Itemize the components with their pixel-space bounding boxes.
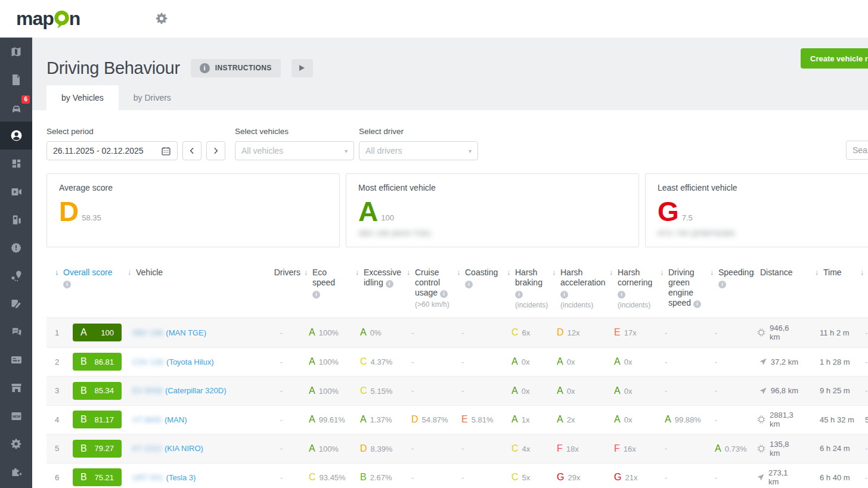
sidebar: 6 NEW (0, 38, 32, 488)
info-icon[interactable]: i (440, 290, 448, 298)
cell-rank: 6 (46, 473, 68, 482)
score-badge: B85.34 (73, 382, 122, 400)
gear-icon[interactable] (155, 12, 168, 27)
video-camera-icon (10, 187, 23, 197)
info-icon[interactable]: i (63, 281, 71, 288)
info-icon[interactable]: i (693, 300, 701, 308)
info-icon[interactable]: i (386, 280, 393, 288)
play-button[interactable] (292, 59, 313, 77)
cell-pto: - (860, 473, 868, 482)
vehicle-link[interactable]: (MAN) (165, 415, 187, 424)
column-header-score[interactable]: ↓Overall scorei (46, 268, 128, 288)
sidebar-item-tasks[interactable] (0, 290, 32, 318)
column-header-eco[interactable]: ↓Eco speedi (304, 268, 355, 299)
sidebar-item-map[interactable] (0, 38, 32, 66)
cell-time: 11 h 2 m (815, 328, 860, 337)
column-header-speeding[interactable]: ↓Speedingi (710, 268, 752, 288)
vehicle-link[interactable]: (MAN TGE) (166, 328, 206, 337)
sidebar-item-dashboard[interactable] (0, 150, 32, 178)
tab-by-drivers[interactable]: by Drivers (119, 85, 186, 110)
sidebar-item-marketplace[interactable] (0, 374, 32, 402)
create-vehicle-report-button[interactable]: Create vehicle report (801, 48, 868, 69)
cell-cruise: - (407, 358, 457, 366)
card-title: Most efficient vehicle (358, 183, 627, 192)
sidebar-item-camera[interactable] (0, 178, 32, 206)
cell-time: 1 h 28 m (815, 358, 860, 366)
vehicles-select[interactable]: All vehicles ▾ (235, 141, 354, 160)
sidebar-item-alerts[interactable] (0, 234, 32, 262)
search-container (846, 141, 868, 160)
cell-drivers: - (271, 328, 304, 337)
logo-o-icon (54, 9, 70, 33)
sidebar-item-calendar[interactable]: NEW (0, 402, 32, 430)
vehicle-link[interactable]: (KIA NIRO) (165, 444, 203, 453)
period-input[interactable]: 26.11.2025 - 02.12.2025 (46, 141, 178, 160)
cell-cruise: - (407, 473, 457, 482)
cell-eco: C93.45% (304, 472, 355, 483)
main-content: Driving Behaviour i INSTRUCTIONS Create … (32, 38, 868, 488)
score-badge: A100 (73, 324, 122, 341)
instructions-button[interactable]: i INSTRUCTIONS (191, 59, 281, 77)
driver-filter: Select driver All drivers ▾ (359, 127, 478, 160)
next-period-button[interactable] (206, 141, 225, 160)
previous-period-button[interactable] (182, 141, 202, 160)
cell-accel: A0x (552, 356, 609, 367)
can-odometer-icon (757, 328, 766, 337)
sidebar-item-fleet[interactable]: 6 (0, 94, 32, 122)
column-header-green[interactable]: ↓Driving green engine speed i (660, 268, 710, 308)
fuel-icon (11, 214, 22, 226)
filter-bar: Select period 26.11.2025 - 02.12.2025 Se… (46, 127, 868, 160)
column-header-cornering[interactable]: ↓Harsh corneringi(incidents) (609, 268, 660, 309)
sidebar-item-fuel[interactable] (0, 206, 32, 234)
score-badge: B75.21 (73, 468, 122, 486)
info-icon[interactable]: i (618, 291, 625, 299)
driver-select[interactable]: All drivers ▾ (359, 141, 478, 160)
info-icon[interactable]: i (560, 291, 568, 299)
cell-eco: A100% (304, 356, 355, 367)
person-icon (10, 129, 23, 142)
column-header-cruise[interactable]: ↓Cruise control usage i(>60 km/h) (407, 268, 457, 309)
sidebar-item-routes[interactable] (0, 262, 32, 290)
grade-letter: A (358, 200, 378, 223)
sidebar-item-addons[interactable] (0, 458, 32, 486)
info-icon[interactable]: i (515, 291, 523, 299)
summary-cards: Average score D58.35 Most efficient vehi… (46, 173, 868, 247)
column-header-time[interactable]: ↓Time (815, 268, 860, 278)
table-row: 4B81.17VT 6845(MAN)-A99.61%A1.37%D54.87%… (46, 405, 868, 434)
column-header-distance[interactable]: ↓Distance (752, 268, 815, 278)
average-score-card: Average score D58.35 (46, 173, 340, 247)
cell-rank: 1 (46, 328, 68, 337)
chevron-left-icon (188, 147, 196, 155)
cell-coasting: E5.81% (457, 414, 507, 425)
sidebar-item-documents[interactable] (0, 66, 32, 94)
driver-label: Select driver (359, 127, 478, 136)
cell-speeding: A0.73% (710, 443, 752, 454)
sidebar-item-drivers[interactable] (0, 122, 32, 150)
info-icon[interactable]: i (465, 281, 473, 288)
column-header-coasting[interactable]: ↓Coastingi (457, 268, 507, 288)
cell-accel: G29x (552, 472, 609, 483)
info-icon[interactable]: i (312, 291, 320, 299)
cell-pto: - (860, 328, 868, 337)
sidebar-item-settings[interactable] (0, 430, 32, 458)
column-header-braking[interactable]: ↓Harsh brakingi(incidents) (507, 268, 552, 309)
vehicle-link[interactable]: (Tesla 3) (166, 473, 196, 482)
vehicle-link[interactable]: (Toyota Hilux) (166, 358, 213, 366)
column-header-drivers: Drivers (271, 268, 304, 278)
cell-idling: D8.39% (355, 443, 407, 454)
search-input[interactable] (846, 141, 868, 160)
sidebar-item-devices[interactable] (0, 346, 32, 374)
sidebar-item-chat[interactable] (0, 318, 32, 346)
cell-braking: C5x (507, 472, 552, 483)
tab-by-vehicles[interactable]: by Vehicles (46, 85, 119, 110)
column-header-vehicle[interactable]: ↓Vehicle (128, 268, 271, 278)
column-header-accel[interactable]: ↓Harsh accelerationi(incidents) (552, 268, 609, 309)
cell-coasting: - (457, 444, 507, 453)
cell-braking: A0x (507, 356, 552, 367)
vehicle-link[interactable]: (Caterpillar 320D) (165, 386, 227, 395)
info-icon[interactable]: i (718, 281, 726, 288)
sort-arrow-icon: ↓ (55, 268, 63, 276)
column-header-pto[interactable]: ↓PTO time (860, 268, 868, 288)
column-header-idling[interactable]: ↓Excessive idling i (355, 268, 407, 288)
play-icon (299, 65, 305, 71)
